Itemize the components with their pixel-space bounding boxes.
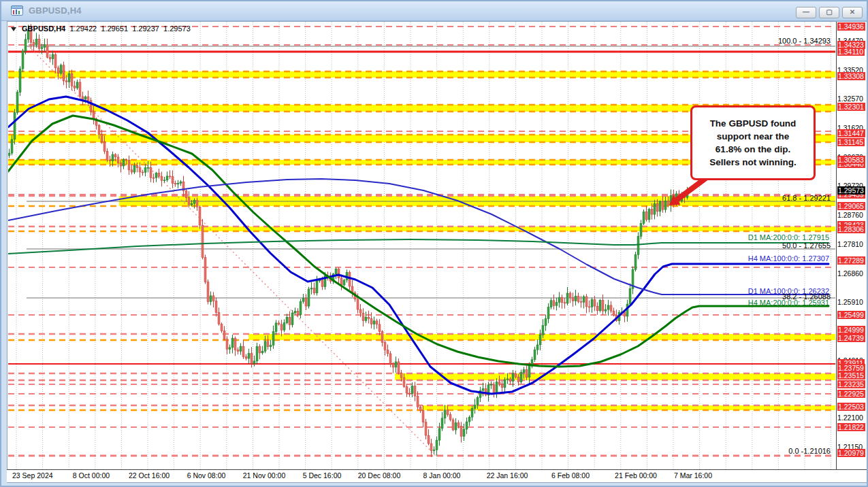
- ohlc-low: 1.29237: [132, 24, 159, 33]
- price-axis-label: 1.23235: [837, 380, 865, 388]
- fibonacci-level-label: 61.8 - 1.29221: [782, 194, 831, 202]
- candle-body: [264, 341, 266, 351]
- price-axis-label: 1.25910: [837, 298, 863, 306]
- candle-body: [84, 97, 86, 99]
- candle-body: [120, 163, 122, 166]
- candle-body: [368, 317, 370, 318]
- candle-body: [174, 184, 176, 184]
- candle-body: [545, 319, 547, 326]
- candle-body: [150, 167, 152, 178]
- candle-body: [19, 69, 21, 93]
- moving-average-label: H4 MA:100:0:0: 1.27307: [748, 254, 829, 263]
- candle-body: [376, 321, 378, 324]
- candle-body: [561, 297, 563, 303]
- candle-body: [441, 418, 443, 429]
- candle-body: [613, 311, 615, 315]
- candle-body: [414, 386, 416, 396]
- candle-body: [256, 346, 258, 360]
- candle-body: [283, 323, 285, 331]
- candle-body: [313, 288, 315, 293]
- candle-body: [136, 165, 138, 167]
- candle-body: [662, 201, 664, 209]
- price-axis-label: 1.25499: [837, 311, 865, 319]
- candle-body: [272, 332, 274, 346]
- candle-body: [71, 73, 73, 86]
- time-axis-label: 21 Nov 00:00: [243, 471, 285, 480]
- candle-body: [357, 299, 359, 309]
- candle-body: [403, 377, 405, 386]
- candle-body: [493, 384, 495, 392]
- candle-body: [152, 178, 155, 178]
- candle-body: [553, 301, 555, 305]
- candle-body: [591, 300, 593, 307]
- candle-body: [286, 317, 288, 322]
- candle-body: [585, 297, 588, 307]
- price-axis-label: 1.22925: [837, 390, 865, 398]
- candle-body: [223, 331, 225, 339]
- candle-body: [501, 384, 503, 388]
- candle-body: [185, 191, 187, 198]
- annotation-text-line: Sellers not winning.: [692, 156, 814, 169]
- candle-body: [109, 160, 111, 161]
- candle-body: [651, 209, 653, 214]
- candle-body: [362, 313, 364, 320]
- candle-body: [542, 326, 544, 335]
- candle-body: [237, 350, 239, 351]
- candle-body: [289, 317, 291, 324]
- restore-button[interactable]: ▢: [819, 7, 839, 18]
- candle-body: [583, 297, 585, 302]
- candle-body: [428, 435, 430, 443]
- candle-body: [25, 39, 27, 51]
- candle-body: [261, 351, 263, 353]
- candle-body: [359, 309, 361, 313]
- candle-body: [379, 324, 381, 332]
- candle-body: [457, 423, 460, 426]
- price-axis-label: 1.32301: [837, 103, 865, 111]
- close-button[interactable]: ✕: [842, 7, 863, 18]
- candle-body: [507, 379, 509, 380]
- candle-body: [321, 280, 323, 287]
- moving-average-label: H4 MA:200:0:0: 1.25931: [748, 299, 829, 307]
- candle-body: [471, 409, 473, 418]
- candle-body: [645, 212, 647, 220]
- candle-body: [169, 176, 171, 177]
- candle-body: [212, 296, 214, 301]
- moving-average-label: D1 MA:200:0:0: 1.27915: [748, 233, 829, 241]
- time-axis[interactable]: 23 Sep 20248 Oct 00:0022 Oct 16:006 Nov …: [7, 470, 867, 482]
- candle-body: [656, 203, 658, 212]
- candle-body: [419, 407, 421, 411]
- candle-body: [515, 374, 517, 377]
- candle-body: [196, 200, 198, 207]
- time-axis-label: 8 Jan 00:00: [423, 471, 461, 480]
- candle-body: [343, 280, 345, 285]
- price-axis[interactable]: 1.344701.335201.325701.316201.306701.297…: [837, 22, 867, 469]
- window-titlebar[interactable]: GBPUSD,H4 — ▢ ✕: [1, 1, 867, 21]
- candle-body: [14, 113, 16, 139]
- annotation-box[interactable]: The GBPUSD foundsupport near the61.8% on…: [690, 105, 816, 180]
- candle-body: [142, 172, 144, 173]
- candle-body: [517, 377, 519, 382]
- candle-body: [422, 411, 424, 422]
- candle-body: [251, 354, 253, 364]
- candle-body: [528, 366, 530, 377]
- candle-body: [291, 313, 293, 325]
- fibonacci-level-label: 0.0 -1.21016: [788, 447, 831, 455]
- candle-body: [188, 198, 190, 205]
- candle-body: [381, 332, 383, 343]
- candle-body: [536, 345, 539, 350]
- candle-body: [436, 440, 438, 450]
- chart-canvas[interactable]: [8, 22, 835, 469]
- candle-body: [221, 324, 223, 331]
- price-axis-label: 1.28306: [837, 225, 865, 233]
- candle-body: [103, 142, 106, 152]
- candle-body: [659, 201, 661, 212]
- price-axis-label: 1.24999: [837, 326, 865, 334]
- price-axis-label: 1.22503: [837, 403, 865, 411]
- candle-body: [38, 39, 40, 48]
- minimize-button[interactable]: —: [796, 7, 816, 18]
- candle-body: [425, 422, 427, 435]
- candle-body: [406, 387, 408, 393]
- candle-body: [602, 300, 604, 311]
- annotation-text-line: The GBPUSD found: [692, 117, 814, 130]
- candle-body: [76, 82, 78, 88]
